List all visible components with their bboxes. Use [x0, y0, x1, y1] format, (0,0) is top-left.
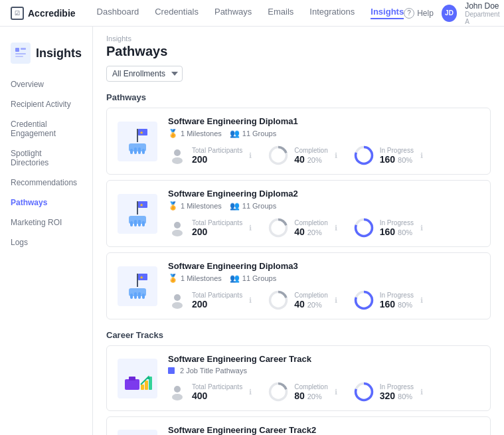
card-image-career2	[118, 430, 157, 436]
sidebar-item-recipient-activity[interactable]: Recipient Activity	[0, 94, 92, 114]
svg-rect-36	[130, 294, 133, 299]
svg-rect-4	[137, 129, 138, 142]
svg-rect-22	[130, 221, 133, 226]
brand-name: Accredibie	[28, 8, 76, 19]
page-title: Pathways	[106, 44, 491, 59]
sidebar-item-logs[interactable]: Logs	[0, 232, 92, 252]
nav-pathways[interactable]: Pathways	[214, 7, 252, 19]
diploma1-stats: Total Participants 200 ℹ	[168, 145, 479, 166]
section-label-career-tracks: Career Tracks	[106, 330, 491, 340]
group-icon: 👥	[230, 129, 240, 138]
help-circle-icon: ?	[404, 8, 414, 19]
nav-right: ? Help JD John Doe Department A ▼	[404, 1, 504, 25]
svg-point-13	[172, 157, 183, 164]
stat-completion-1: Completion 4020% ℹ	[268, 145, 337, 166]
completion-text-1: Completion 4020%	[294, 147, 328, 165]
sidebar-item-spotlight-directories[interactable]: Spotlight Directories	[0, 143, 92, 173]
diploma2-stats: Total Participants 200 ℹ Completio	[168, 217, 479, 238]
nav-links: Dashboard Credentials Pathways Emails In…	[97, 7, 404, 19]
diploma3-stats: Total Participants 200 ℹ Completio	[168, 290, 479, 311]
stat-participants-1: Total Participants 200 ℹ	[168, 146, 252, 165]
svg-rect-46	[125, 379, 139, 390]
help-label: Help	[417, 9, 434, 18]
sidebar-title: Insights	[36, 46, 82, 60]
career1-meta: 2 Job Title Pathways	[168, 367, 479, 375]
logo-icon: ☑	[11, 7, 24, 20]
card-diploma3: ★ Software Engineering Diploma3 🏅 1 Mile…	[106, 252, 491, 319]
top-navigation: ☑ Accredibie Dashboard Credentials Pathw…	[0, 0, 504, 27]
completion-donut-1	[268, 145, 289, 166]
card-career1: Software Engineering Career Track 2 Job …	[106, 345, 491, 411]
nav-credentials[interactable]: Credentials	[155, 7, 199, 19]
svg-rect-49	[145, 381, 148, 390]
card-info-diploma3: Software Engineering Diploma3 🏅 1 Milest…	[168, 261, 479, 311]
sidebar-item-marketing-roi[interactable]: Marketing ROI	[0, 213, 92, 232]
participants-text: Total Participants 200	[192, 147, 242, 165]
stat-completion-2: Completion 4020% ℹ	[268, 217, 337, 238]
info-icon[interactable]: ℹ	[249, 224, 252, 232]
user-name: John Doe	[465, 1, 501, 11]
svg-rect-10	[138, 147, 141, 154]
svg-rect-2	[15, 53, 26, 54]
svg-rect-48	[141, 385, 144, 390]
participants-info-icon[interactable]: ℹ	[249, 151, 252, 160]
svg-point-53	[172, 394, 183, 400]
diploma2-meta: 🏅 1 Milestones 👥 11 Groups	[168, 201, 479, 211]
main-content: Insights Pathways All Enrollments Last 3…	[93, 27, 504, 435]
svg-text:★: ★	[139, 275, 143, 280]
nav-dashboard[interactable]: Dashboard	[97, 7, 139, 19]
svg-point-12	[174, 149, 181, 156]
sidebar-nav: Overview Recipient Activity Credential E…	[0, 74, 92, 252]
sidebar-insights-icon	[11, 43, 31, 64]
inprogress-text-1: In Progress 16080%	[380, 147, 414, 165]
svg-text:★: ★	[139, 203, 143, 207]
svg-rect-39	[142, 294, 145, 299]
user-dept: Department A	[465, 11, 501, 25]
completion-info-icon[interactable]: ℹ	[335, 151, 337, 160]
svg-rect-3	[15, 56, 23, 57]
career-meta-icon	[168, 367, 175, 374]
participants-icon	[168, 146, 187, 165]
sidebar-header: Insights	[0, 37, 92, 74]
inprogress-info-icon[interactable]: ℹ	[420, 151, 423, 160]
svg-rect-23	[134, 220, 137, 226]
stat-inprogress-1: In Progress 16080% ℹ	[353, 145, 423, 166]
sidebar-item-recommendations[interactable]: Recommendations	[0, 173, 92, 193]
svg-rect-32	[137, 274, 138, 287]
nav-emails[interactable]: Emails	[268, 7, 294, 19]
nav-insights[interactable]: Insights	[371, 7, 404, 19]
user-info-block[interactable]: John Doe Department A	[465, 1, 501, 25]
milestone-icon: 🏅	[168, 129, 178, 138]
filter-row: All Enrollments Last 30 Days Last 90 Day…	[106, 66, 491, 82]
stat-participants-2: Total Participants 200 ℹ	[168, 218, 252, 237]
sidebar-item-pathways[interactable]: Pathways	[0, 193, 92, 213]
svg-point-27	[172, 230, 183, 236]
user-avatar: JD	[442, 5, 457, 22]
card-info-diploma2: Software Engineering Diploma2 🏅 1 Milest…	[168, 189, 479, 238]
card-info-diploma1: Software Engineering Diploma1 🏅 1 Milest…	[168, 116, 479, 166]
svg-point-41	[172, 302, 183, 309]
stat-inprogress-2: In Progress 16080% ℹ	[353, 217, 423, 238]
diploma1-milestones: 🏅 1 Milestones	[168, 129, 222, 138]
diploma2-groups: 👥 11 Groups	[230, 201, 276, 211]
svg-rect-0	[15, 48, 19, 52]
svg-rect-37	[134, 292, 137, 299]
svg-rect-25	[142, 221, 145, 226]
diploma3-name: Software Engineering Diploma3	[168, 261, 479, 271]
nav-integrations[interactable]: Integrations	[309, 7, 355, 19]
sidebar-item-overview[interactable]: Overview	[0, 74, 92, 94]
app-layout: Insights Overview Recipient Activity Cre…	[0, 27, 504, 435]
diploma2-name: Software Engineering Diploma2	[168, 189, 479, 199]
enrollment-filter[interactable]: All Enrollments Last 30 Days Last 90 Day…	[106, 66, 183, 82]
help-button[interactable]: ? Help	[404, 8, 434, 19]
sidebar-item-credential-engagement[interactable]: Credential Engagement	[0, 114, 92, 143]
svg-text:★: ★	[139, 130, 143, 135]
sidebar: Insights Overview Recipient Activity Cre…	[0, 27, 93, 435]
career2-name: Software Engineering Career Track2	[168, 425, 479, 435]
svg-point-52	[174, 386, 181, 392]
svg-point-26	[174, 222, 181, 228]
card-career2: Software Engineering Career Track2 3 Job…	[106, 416, 491, 435]
card-info-career1: Software Engineering Career Track 2 Job …	[168, 354, 479, 402]
career1-name: Software Engineering Career Track	[168, 354, 479, 364]
svg-rect-9	[134, 147, 137, 154]
